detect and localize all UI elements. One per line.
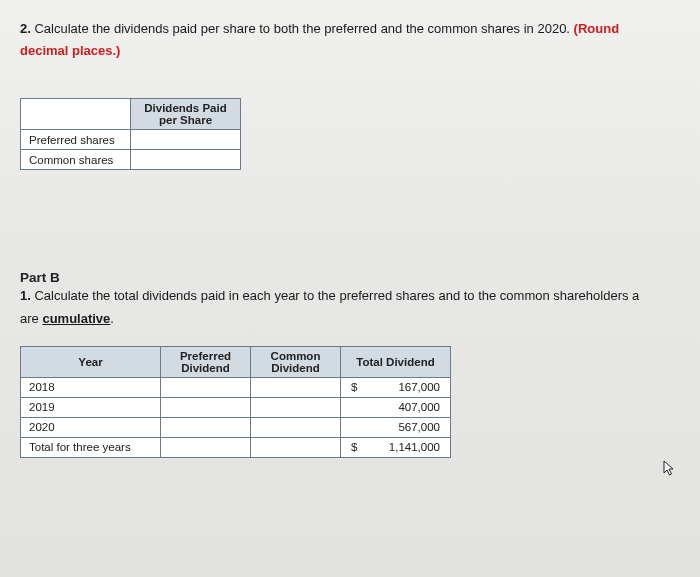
question-2-line1: 2. Calculate the dividends paid per shar… bbox=[20, 20, 700, 38]
total-2020: 567,000 bbox=[341, 417, 451, 437]
common-shares-input[interactable] bbox=[131, 150, 241, 170]
part-b-question-1-line2: are cumulative. bbox=[20, 310, 700, 328]
round-note-rest: decimal places.) bbox=[20, 43, 120, 58]
table-row: Total for three years $1,141,000 bbox=[21, 437, 451, 457]
partb-q1-are: are bbox=[20, 311, 42, 326]
common-shares-label: Common shares bbox=[21, 150, 131, 170]
table-row: 2019 407,000 bbox=[21, 397, 451, 417]
common-2020-input[interactable] bbox=[251, 417, 341, 437]
preferred-shares-label: Preferred shares bbox=[21, 130, 131, 150]
question-2-text: Calculate the dividends paid per share t… bbox=[34, 21, 573, 36]
preferred-total-input[interactable] bbox=[161, 437, 251, 457]
preferred-2018-input[interactable] bbox=[161, 377, 251, 397]
year-2019: 2019 bbox=[21, 397, 161, 417]
table-header-row: Year Preferred Dividend Common Dividend … bbox=[21, 346, 451, 377]
common-2019-input[interactable] bbox=[251, 397, 341, 417]
cumulative-word: cumulative bbox=[42, 311, 110, 326]
round-note-lead: (Round bbox=[574, 21, 619, 36]
table-row: Dividends Paid per Share bbox=[21, 99, 241, 130]
dividends-per-share-table: Dividends Paid per Share Preferred share… bbox=[20, 98, 241, 170]
empty-corner-cell bbox=[21, 99, 131, 130]
dividends-paid-header: Dividends Paid per Share bbox=[131, 99, 241, 130]
partb-q1-number: 1. bbox=[20, 288, 31, 303]
common-total-input[interactable] bbox=[251, 437, 341, 457]
part-b-question-1: 1. Calculate the total dividends paid in… bbox=[20, 287, 700, 305]
preferred-2019-input[interactable] bbox=[161, 397, 251, 417]
year-header: Year bbox=[21, 346, 161, 377]
common-dividend-header: Common Dividend bbox=[251, 346, 341, 377]
cursor-icon bbox=[662, 460, 676, 478]
part-b-heading: Part B bbox=[20, 270, 700, 285]
table-row: 2018 $167,000 bbox=[21, 377, 451, 397]
table-row: Preferred shares bbox=[21, 130, 241, 150]
year-2018: 2018 bbox=[21, 377, 161, 397]
preferred-2020-input[interactable] bbox=[161, 417, 251, 437]
table-row: Common shares bbox=[21, 150, 241, 170]
total-2019: 407,000 bbox=[341, 397, 451, 417]
total-2018: $167,000 bbox=[341, 377, 451, 397]
total-dividend-header: Total Dividend bbox=[341, 346, 451, 377]
total-threeyears: $1,141,000 bbox=[341, 437, 451, 457]
question-number: 2. bbox=[20, 21, 31, 36]
year-2020: 2020 bbox=[21, 417, 161, 437]
year-total: Total for three years bbox=[21, 437, 161, 457]
preferred-shares-input[interactable] bbox=[131, 130, 241, 150]
table-row: 2020 567,000 bbox=[21, 417, 451, 437]
common-2018-input[interactable] bbox=[251, 377, 341, 397]
total-dividends-table: Year Preferred Dividend Common Dividend … bbox=[20, 346, 451, 458]
partb-q1-text: Calculate the total dividends paid in ea… bbox=[34, 288, 639, 303]
partb-q1-period: . bbox=[110, 311, 114, 326]
question-2-line2: decimal places.) bbox=[20, 42, 700, 60]
preferred-dividend-header: Preferred Dividend bbox=[161, 346, 251, 377]
